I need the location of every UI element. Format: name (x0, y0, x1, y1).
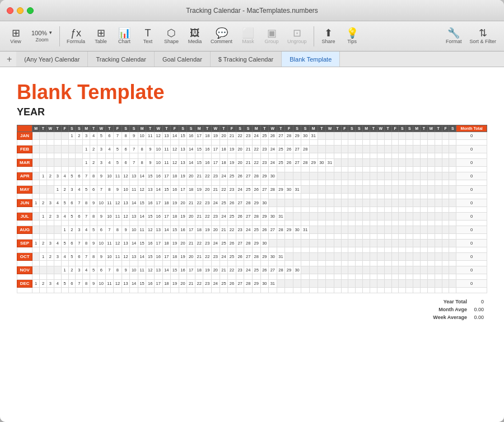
data-cell[interactable] (318, 221, 326, 226)
data-cell[interactable] (285, 194, 293, 199)
data-cell[interactable] (122, 247, 130, 253)
data-cell[interactable] (399, 247, 406, 253)
data-cell[interactable] (195, 153, 203, 159)
data-cell[interactable] (269, 194, 277, 199)
data-cell[interactable] (114, 261, 122, 266)
data-cell[interactable] (413, 180, 421, 186)
data-cell[interactable] (203, 288, 212, 293)
data-cell[interactable] (212, 180, 220, 186)
data-cell[interactable] (399, 207, 406, 213)
data-cell[interactable] (370, 207, 377, 213)
data-cell[interactable] (252, 140, 260, 146)
data-cell[interactable] (228, 207, 236, 213)
data-cell[interactable] (318, 234, 326, 240)
data-cell[interactable] (179, 194, 187, 199)
data-cell[interactable] (90, 247, 97, 253)
data-cell[interactable] (97, 167, 105, 172)
data-cell[interactable] (76, 140, 83, 146)
data-cell[interactable] (195, 234, 203, 240)
data-cell[interactable] (155, 167, 163, 172)
data-cell[interactable] (399, 153, 406, 159)
data-cell[interactable] (244, 221, 253, 226)
data-cell[interactable] (68, 180, 76, 186)
data-cell[interactable] (155, 194, 163, 199)
data-cell[interactable] (309, 288, 318, 293)
data-cell[interactable] (260, 194, 269, 199)
data-cell[interactable] (90, 140, 97, 146)
data-cell[interactable] (427, 180, 435, 186)
data-cell[interactable] (435, 234, 442, 240)
data-cell[interactable] (54, 207, 61, 213)
data-cell[interactable] (162, 221, 171, 226)
data-cell[interactable] (334, 194, 341, 199)
data-cell[interactable] (309, 153, 318, 159)
data-cell[interactable] (413, 288, 421, 293)
data-cell[interactable] (40, 247, 47, 253)
data-cell[interactable] (341, 180, 348, 186)
data-cell[interactable] (449, 274, 456, 280)
data-cell[interactable] (54, 234, 61, 240)
data-cell[interactable] (90, 221, 97, 226)
data-cell[interactable] (68, 221, 76, 226)
data-cell[interactable] (442, 140, 449, 146)
data-cell[interactable] (228, 234, 236, 240)
data-cell[interactable] (334, 140, 341, 146)
data-cell[interactable] (413, 167, 421, 172)
data-cell[interactable] (406, 247, 413, 253)
data-cell[interactable] (377, 221, 384, 226)
data-cell[interactable] (220, 180, 228, 186)
data-cell[interactable] (293, 194, 301, 199)
data-cell[interactable] (277, 247, 285, 253)
data-cell[interactable] (105, 153, 114, 159)
data-cell[interactable] (377, 140, 384, 146)
data-cell[interactable] (442, 234, 449, 240)
data-cell[interactable] (260, 207, 269, 213)
data-cell[interactable] (146, 180, 155, 186)
data-cell[interactable] (162, 180, 171, 186)
data-cell[interactable] (162, 288, 171, 293)
data-cell[interactable] (427, 221, 435, 226)
data-cell[interactable] (83, 140, 90, 146)
data-cell[interactable] (252, 274, 260, 280)
data-cell[interactable] (171, 221, 179, 226)
data-cell[interactable] (334, 261, 341, 266)
data-cell[interactable] (449, 167, 456, 172)
data-cell[interactable] (130, 261, 138, 266)
data-cell[interactable] (162, 247, 171, 253)
data-cell[interactable] (293, 221, 301, 226)
data-cell[interactable] (171, 140, 179, 146)
data-cell[interactable] (326, 234, 334, 240)
data-cell[interactable] (122, 234, 130, 240)
data-cell[interactable] (68, 167, 76, 172)
data-cell[interactable] (40, 180, 47, 186)
data-cell[interactable] (285, 274, 293, 280)
shape-button[interactable]: ⬡ Shape (160, 27, 183, 45)
data-cell[interactable] (130, 274, 138, 280)
data-cell[interactable] (97, 221, 105, 226)
data-cell[interactable] (179, 247, 187, 253)
data-cell[interactable] (334, 247, 341, 253)
data-cell[interactable] (269, 180, 277, 186)
data-cell[interactable] (413, 153, 421, 159)
data-cell[interactable] (421, 221, 428, 226)
data-cell[interactable] (348, 153, 356, 159)
data-cell[interactable] (449, 261, 456, 266)
data-cell[interactable] (260, 288, 269, 293)
data-cell[interactable] (171, 234, 179, 240)
data-cell[interactable] (269, 234, 277, 240)
data-cell[interactable] (97, 288, 105, 293)
data-cell[interactable] (370, 234, 377, 240)
data-cell[interactable] (114, 140, 122, 146)
data-cell[interactable] (220, 207, 228, 213)
data-cell[interactable] (370, 167, 377, 172)
data-cell[interactable] (146, 207, 155, 213)
data-cell[interactable] (309, 234, 318, 240)
data-cell[interactable] (370, 140, 377, 146)
data-cell[interactable] (285, 180, 293, 186)
data-cell[interactable] (244, 207, 253, 213)
data-cell[interactable] (406, 274, 413, 280)
data-cell[interactable] (260, 234, 269, 240)
tab-blank-template[interactable]: Blank Template (282, 51, 340, 67)
data-cell[interactable] (203, 140, 212, 146)
data-cell[interactable] (391, 221, 399, 226)
